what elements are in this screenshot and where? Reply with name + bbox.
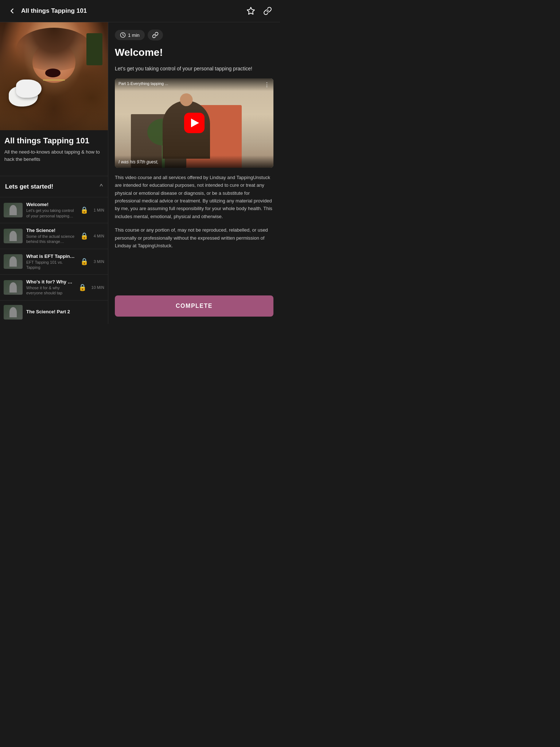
lesson-duration: 4 MIN <box>93 234 104 238</box>
complete-button[interactable]: COMPLETE <box>115 295 273 317</box>
course-subtitle: All the need-to-knows about tapping & ho… <box>4 148 104 163</box>
course-title: All things Tapping 101 <box>4 136 104 146</box>
yt-video-title: Part 1-Everything tapping ... <box>118 81 168 86</box>
thumb-bg <box>4 305 23 320</box>
lesson-info: The Science! Part 2 <box>26 309 90 315</box>
course-hero-image <box>0 22 108 130</box>
disclaimer-1: This video course and all services offer… <box>115 174 273 221</box>
lock-icon: 🔒 <box>80 206 88 214</box>
youtube-play-button[interactable] <box>184 113 205 133</box>
yt-more-icon: ⋮ <box>264 81 270 88</box>
lesson-desc: Whose it for & why everyone should tap <box>26 285 73 296</box>
lesson-item[interactable]: The Science! Some of the actual science … <box>0 223 108 249</box>
lesson-info: Who's it for? Why Tap? Whose it for & wh… <box>26 279 73 296</box>
thumb-person <box>9 231 17 241</box>
play-circle <box>184 113 205 133</box>
share-button[interactable] <box>262 5 273 17</box>
meta-row: 1 min <box>115 30 273 40</box>
link-icon <box>152 32 159 38</box>
thumb-bg <box>4 229 23 243</box>
app-header: All things Tapping 101 <box>0 0 280 22</box>
course-info: All things Tapping 101 All the need-to-k… <box>0 130 108 176</box>
disclaimer-2: This course or any portion of, may not b… <box>115 226 273 249</box>
lesson-heading: Welcome! <box>115 46 273 59</box>
lesson-list: Welcome! Let's get you taking control of… <box>0 197 108 324</box>
main-layout: All things Tapping 101 All the need-to-k… <box>0 22 280 324</box>
video-thumbnail: Part 1-Everything tapping ... ⋮ I was hi… <box>115 78 273 168</box>
yt-bottom-bar: I was his 97th guest, <box>115 155 273 168</box>
duration-pill: 1 min <box>115 30 145 40</box>
lesson-duration: 10 MIN <box>92 285 104 290</box>
header-actions <box>245 5 273 17</box>
lesson-title: Welcome! <box>26 202 75 207</box>
yt-top-bar: Part 1-Everything tapping ... ⋮ <box>115 78 273 91</box>
svg-marker-0 <box>247 7 254 14</box>
left-panel: All things Tapping 101 All the need-to-k… <box>0 22 108 324</box>
lesson-item[interactable]: What is EFT Tapping? EFT Tapping 101 vs.… <box>0 249 108 275</box>
lesson-title: The Science! Part 2 <box>26 309 90 314</box>
chevron-up-icon: ^ <box>100 183 103 190</box>
thumb-bg <box>4 203 23 217</box>
hero-face-bg <box>0 22 108 130</box>
share-pill[interactable] <box>148 30 163 40</box>
lesson-title: The Science! <box>26 228 75 233</box>
lock-icon: 🔒 <box>80 258 88 266</box>
right-panel: 1 min Welcome! Let's get you taking cont… <box>108 22 280 324</box>
person-head <box>180 93 192 106</box>
lesson-info: Welcome! Let's get you taking control of… <box>26 202 75 218</box>
thumb-person <box>9 256 17 267</box>
header-title: All things Tapping 101 <box>21 7 87 15</box>
thumb-person <box>9 205 17 215</box>
duration-text: 1 min <box>128 32 140 38</box>
lesson-duration: 3 MIN <box>93 259 104 264</box>
lesson-desc: EFT Tapping 101 vs. Tapping <box>26 260 75 270</box>
lesson-info: What is EFT Tapping? EFT Tapping 101 vs.… <box>26 253 75 270</box>
thumb-person <box>9 282 17 293</box>
section-header[interactable]: Lets get started! ^ <box>0 176 108 197</box>
thumb-person <box>9 307 17 317</box>
lesson-desc: Let's get you taking control of your per… <box>26 208 75 218</box>
lesson-item[interactable]: The Science! Part 2 <box>0 300 108 324</box>
back-button[interactable] <box>7 5 18 16</box>
header-left: All things Tapping 101 <box>7 5 87 16</box>
lock-icon: 🔒 <box>78 283 86 291</box>
video-container[interactable]: Part 1-Everything tapping ... ⋮ I was hi… <box>115 78 273 168</box>
lesson-title: What is EFT Tapping? <box>26 253 75 259</box>
lesson-info: The Science! Some of the actual science … <box>26 228 75 244</box>
lesson-duration: 1 MIN <box>93 208 104 212</box>
lesson-item[interactable]: Welcome! Let's get you taking control of… <box>0 197 108 223</box>
lesson-item[interactable]: Who's it for? Why Tap? Whose it for & wh… <box>0 274 108 300</box>
thumb-bg <box>4 254 23 269</box>
lesson-intro: Let's get you taking control of your per… <box>115 65 273 73</box>
lesson-thumbnail <box>4 280 23 295</box>
lock-icon: 🔒 <box>80 232 88 240</box>
lesson-thumbnail <box>4 305 23 320</box>
lesson-thumbnail <box>4 254 23 269</box>
yt-caption: I was his 97th guest, <box>118 159 158 165</box>
thumb-bg <box>4 280 23 295</box>
lesson-title: Who's it for? Why Tap? <box>26 279 73 285</box>
section-label: Lets get started! <box>5 183 53 190</box>
clock-icon <box>120 32 126 38</box>
play-triangle-icon <box>191 119 199 127</box>
lesson-thumbnail <box>4 229 23 243</box>
lesson-thumbnail <box>4 203 23 217</box>
bookmark-button[interactable] <box>245 5 257 17</box>
lesson-desc: Some of the actual science behind this s… <box>26 234 75 244</box>
